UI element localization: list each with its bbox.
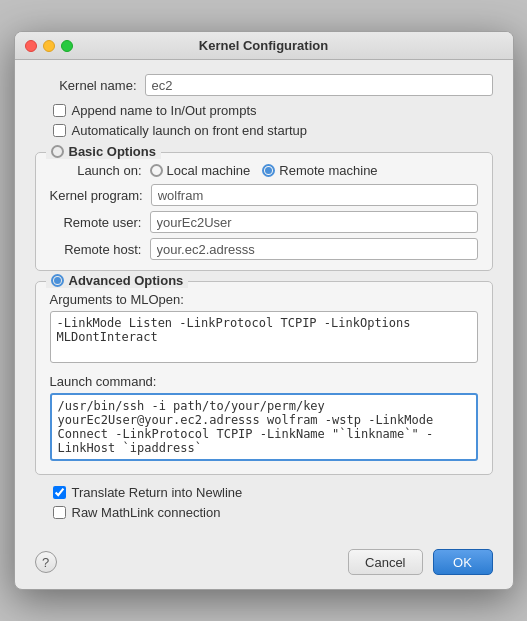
kernel-configuration-window: Kernel Configuration Kernel name: Append… bbox=[14, 31, 514, 590]
traffic-lights bbox=[25, 40, 73, 52]
translate-return-checkbox[interactable] bbox=[53, 486, 66, 499]
cancel-button[interactable]: Cancel bbox=[348, 549, 422, 575]
remote-user-input[interactable] bbox=[150, 211, 478, 233]
bottom-bar: ? Cancel OK bbox=[15, 539, 513, 589]
append-checkbox[interactable] bbox=[53, 104, 66, 117]
advanced-options-radio[interactable] bbox=[51, 274, 64, 287]
close-button[interactable] bbox=[25, 40, 37, 52]
append-checkbox-row: Append name to In/Out prompts bbox=[53, 103, 493, 118]
advanced-options-group: Advanced Options Arguments to MLOpen: -L… bbox=[35, 281, 493, 475]
remote-machine-radio[interactable] bbox=[262, 164, 275, 177]
ok-button[interactable]: OK bbox=[433, 549, 493, 575]
kernel-name-input[interactable] bbox=[145, 74, 493, 96]
remote-host-row: Remote host: bbox=[50, 238, 478, 260]
auto-launch-label: Automatically launch on front end startu… bbox=[72, 123, 308, 138]
remote-host-input[interactable] bbox=[150, 238, 478, 260]
raw-mathlink-label: Raw MathLink connection bbox=[72, 505, 221, 520]
basic-options-group: Basic Options Launch on: Local machine R… bbox=[35, 152, 493, 271]
remote-user-label: Remote user: bbox=[50, 215, 150, 230]
content-area: Kernel name: Append name to In/Out promp… bbox=[15, 60, 513, 539]
launch-on-row: Launch on: Local machine Remote machine bbox=[50, 163, 478, 178]
basic-options-title: Basic Options bbox=[46, 144, 161, 159]
launch-command-label: Launch command: bbox=[50, 374, 478, 389]
button-group: Cancel OK bbox=[348, 549, 492, 575]
launch-command-textarea[interactable]: /usr/bin/ssh -i path/to/your/perm/key yo… bbox=[50, 393, 478, 461]
local-machine-option[interactable]: Local machine bbox=[150, 163, 251, 178]
launch-command-section: Launch command: /usr/bin/ssh -i path/to/… bbox=[50, 374, 478, 464]
remote-host-label: Remote host: bbox=[50, 242, 150, 257]
auto-launch-checkbox-row: Automatically launch on front end startu… bbox=[53, 123, 493, 138]
local-machine-radio[interactable] bbox=[150, 164, 163, 177]
raw-mathlink-row: Raw MathLink connection bbox=[53, 505, 493, 520]
remote-user-row: Remote user: bbox=[50, 211, 478, 233]
launch-on-label: Launch on: bbox=[50, 163, 150, 178]
append-label: Append name to In/Out prompts bbox=[72, 103, 257, 118]
advanced-options-title: Advanced Options bbox=[46, 273, 189, 288]
translate-return-row: Translate Return into Newline bbox=[53, 485, 493, 500]
raw-mathlink-checkbox[interactable] bbox=[53, 506, 66, 519]
title-bar: Kernel Configuration bbox=[15, 32, 513, 60]
args-label: Arguments to MLOpen: bbox=[50, 292, 478, 307]
basic-options-radio[interactable] bbox=[51, 145, 64, 158]
args-section: Arguments to MLOpen: -LinkMode Listen -L… bbox=[50, 292, 478, 366]
kernel-name-row: Kernel name: bbox=[35, 74, 493, 96]
kernel-program-input[interactable] bbox=[151, 184, 478, 206]
kernel-program-label: Kernel program: bbox=[50, 188, 151, 203]
help-button[interactable]: ? bbox=[35, 551, 57, 573]
remote-machine-option[interactable]: Remote machine bbox=[262, 163, 377, 178]
window-title: Kernel Configuration bbox=[199, 38, 328, 53]
maximize-button[interactable] bbox=[61, 40, 73, 52]
kernel-name-label: Kernel name: bbox=[35, 78, 145, 93]
translate-return-label: Translate Return into Newline bbox=[72, 485, 243, 500]
args-textarea[interactable]: -LinkMode Listen -LinkProtocol TCPIP -Li… bbox=[50, 311, 478, 363]
minimize-button[interactable] bbox=[43, 40, 55, 52]
auto-launch-checkbox[interactable] bbox=[53, 124, 66, 137]
kernel-program-row: Kernel program: bbox=[50, 184, 478, 206]
